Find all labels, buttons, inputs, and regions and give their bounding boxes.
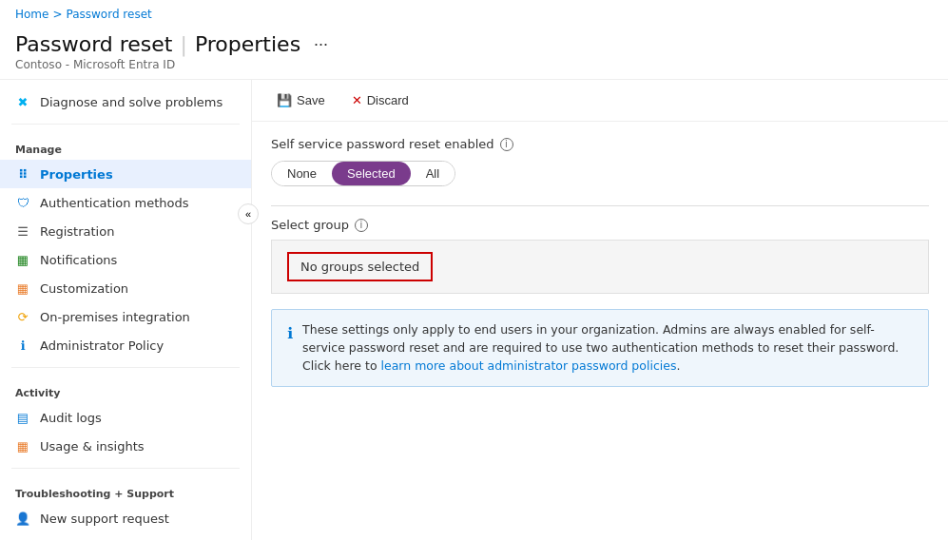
sidebar: ✖ Diagnose and solve problems Manage ⠿ P… [0, 80, 252, 540]
sidebar-item-usage-insights[interactable]: ▦ Usage & insights [0, 432, 251, 460]
breadcrumb: Home > Password reset [0, 0, 948, 29]
discard-label: Discard [367, 93, 409, 107]
discard-icon: ✕ [352, 93, 362, 107]
registration-icon: ☰ [15, 223, 30, 239]
audit-logs-icon: ▤ [15, 410, 30, 425]
sidebar-admin-policy-label: Administrator Policy [40, 338, 164, 353]
section-title: Properties [195, 32, 300, 56]
toggle-selected[interactable]: Selected [332, 162, 411, 185]
toggle-all[interactable]: All [411, 162, 455, 185]
sidebar-new-support-label: New support request [40, 512, 169, 526]
info-banner: ℹ These settings only apply to end users… [271, 309, 929, 387]
sidebar-divider-3 [11, 468, 240, 469]
sidebar-audit-logs-label: Audit logs [40, 411, 102, 425]
sidebar-divider-1 [11, 124, 240, 125]
sidebar-usage-insights-label: Usage & insights [40, 439, 145, 454]
sidebar-properties-label: Properties [40, 167, 113, 182]
select-group-text: Select group [271, 218, 349, 232]
sidebar-section-troubleshooting: Troubleshooting + Support [0, 476, 251, 504]
title-area: Password reset | Properties ··· Contoso … [0, 29, 948, 80]
on-premises-icon: ⟳ [15, 309, 30, 324]
usage-insights-icon: ▦ [15, 438, 30, 454]
sspr-field-label: Self service password reset enabled i [271, 137, 929, 151]
select-group-label: Select group i [271, 218, 929, 232]
breadcrumb-current: Password reset [67, 8, 152, 21]
info-text-2: . [676, 358, 680, 373]
notifications-icon: ▦ [15, 252, 30, 267]
sidebar-item-properties[interactable]: ⠿ Properties [0, 160, 251, 188]
sidebar-item-on-premises[interactable]: ⟳ On-premises integration [0, 302, 251, 331]
sidebar-item-auth-methods[interactable]: 🛡 Authentication methods [0, 188, 251, 217]
select-group-info-icon[interactable]: i [355, 219, 368, 232]
sidebar-item-diagnose[interactable]: ✖ Diagnose and solve problems [0, 87, 251, 116]
page-title: Password reset [15, 32, 172, 56]
content-area: 💾 Save ✕ Discard Self service password r… [252, 80, 948, 560]
sidebar-section-manage: Manage [0, 132, 251, 160]
sidebar-divider-2 [11, 367, 240, 368]
save-icon: 💾 [277, 93, 292, 107]
diagnose-icon: ✖ [15, 94, 30, 109]
content-body: Self service password reset enabled i No… [252, 122, 948, 402]
sidebar-auth-methods-label: Authentication methods [40, 196, 189, 210]
sidebar-collapse-button[interactable]: « [238, 203, 259, 224]
sspr-toggle-group: None Selected All [271, 161, 455, 186]
toolbar: 💾 Save ✕ Discard [252, 80, 948, 122]
sspr-info-icon[interactable]: i [500, 138, 513, 151]
breadcrumb-home[interactable]: Home [15, 8, 48, 21]
toggle-none[interactable]: None [272, 162, 332, 185]
sidebar-diagnose-label: Diagnose and solve problems [40, 95, 222, 109]
auth-methods-icon: 🛡 [15, 195, 30, 210]
breadcrumb-separator: > [52, 8, 62, 21]
sidebar-item-admin-policy[interactable]: ℹ Administrator Policy [0, 331, 251, 359]
sidebar-notifications-label: Notifications [40, 253, 117, 267]
new-support-icon: 👤 [15, 511, 30, 526]
sidebar-item-new-support[interactable]: 👤 New support request [0, 504, 251, 532]
save-button[interactable]: 💾 Save [271, 89, 331, 111]
properties-icon: ⠿ [15, 166, 30, 182]
sidebar-item-notifications[interactable]: ▦ Notifications [0, 245, 251, 274]
no-groups-selected: No groups selected [287, 252, 433, 281]
discard-button[interactable]: ✕ Discard [346, 89, 415, 111]
sidebar-section-activity: Activity [0, 376, 251, 403]
sspr-label-text: Self service password reset enabled [271, 137, 494, 151]
sidebar-item-registration[interactable]: ☰ Registration [0, 217, 251, 245]
info-banner-icon: ℹ [287, 322, 293, 375]
sidebar-registration-label: Registration [40, 224, 114, 239]
customization-icon: ▦ [15, 280, 30, 296]
section-divider [271, 205, 929, 206]
info-banner-text: These settings only apply to end users i… [302, 321, 913, 375]
sidebar-item-customization[interactable]: ▦ Customization [0, 274, 251, 302]
groups-box: No groups selected [271, 240, 929, 294]
more-options-button[interactable]: ··· [308, 32, 334, 56]
sidebar-on-premises-label: On-premises integration [40, 310, 190, 324]
sidebar-item-audit-logs[interactable]: ▤ Audit logs [0, 403, 251, 432]
save-label: Save [297, 93, 325, 107]
sidebar-customization-label: Customization [40, 281, 128, 296]
page-subtitle: Contoso - Microsoft Entra ID [15, 58, 933, 71]
title-separator: | [180, 32, 186, 56]
admin-policy-link[interactable]: learn more about administrator password … [381, 358, 677, 373]
admin-policy-icon: ℹ [15, 338, 30, 353]
